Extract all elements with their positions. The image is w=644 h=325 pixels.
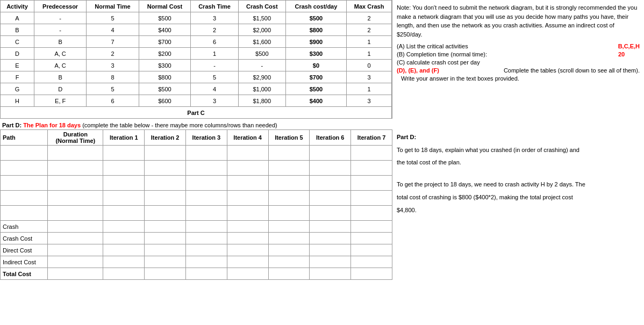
part-d-data-r0c1 [48,146,103,161]
bottom-section: PathDuration(Normal Time)Iteration 1Iter… [0,129,644,280]
part-d-bottom-r2c2 [103,244,145,256]
top-table-cell-r0c2: 5 [87,12,139,24]
part-d-data-r3c4 [185,191,227,206]
top-table-cell-r3c3: $200 [139,48,190,60]
top-table-cell-r0c7: 2 [347,12,392,24]
part-d-bottom-r0c4 [185,221,227,233]
part-d-data-r0c8 [351,146,392,161]
part-d-data-r1c6 [268,161,310,176]
col-normal-cost: Normal Cost [139,1,190,12]
part-d-bottom-r0c8 [351,221,392,233]
part-d-bottom-r2c3 [145,244,186,256]
top-table-cell-r4c2: 3 [87,60,139,71]
part-d-bottom-r2c5 [227,244,268,256]
top-table-cell-r2c2: 7 [87,36,139,48]
top-table-cell-r7c4: 3 [191,95,239,107]
part-d-data-r3c8 [351,191,392,206]
part-d-bottom-r2c6 [268,244,310,256]
qa-def-text: Complete the tables (scroll down to see … [504,67,640,74]
part-d-data-r1c0 [1,161,48,176]
part-d-data-r0c7 [310,146,351,161]
top-table-cell-r7c3: $600 [139,95,190,107]
top-table-cell-r7c7: 3 [347,95,392,107]
part-d-bottom-r0c3 [145,221,186,233]
part-d-right-text: Part D: To get to 18 days, explain what … [397,133,640,215]
part-d-text: The Plan for 18 days [23,122,81,128]
qa-row-def: (D), (E), and (F) Complete the tables (s… [397,67,640,74]
part-d-data-r4c2 [103,206,145,221]
col-crash-time: Crash Time [191,1,239,12]
part-d-data-r1c3 [145,161,186,176]
part-d-data-r4c7 [310,206,351,221]
part-d-data-r2c3 [145,176,186,191]
top-table: Activity Predecessor Normal Time Normal … [0,0,392,119]
part-d-bottom-r3c5 [227,256,268,268]
part-d-data-r4c4 [185,206,227,221]
top-table-cell-r1c0: B [1,24,34,36]
top-table-cell-r6c0: G [1,83,34,95]
qa-b-label: (B) Completion time (normal time): [397,51,616,57]
part-d-data-r2c1 [48,176,103,191]
top-table-cell-r4c7: 0 [347,60,392,71]
qa-row-a: (A) List the critical activities B,C,E,H [397,43,640,49]
part-d-data-r2c5 [227,176,268,191]
top-table-cell-r1c3: $400 [139,24,190,36]
top-table-cell-r6c4: 4 [191,83,239,95]
part-d-data-r0c6 [268,146,310,161]
part-d-data-r1c5 [227,161,268,176]
part-d-bottom-r1c2 [103,233,145,244]
part-d-bottom-r4c2 [103,268,145,280]
part-d-data-r4c8 [351,206,392,221]
part-d-col-3: Iteration 2 [145,130,186,146]
part-d-data-r3c7 [310,191,351,206]
part-d-bottom-r4c7 [310,268,351,280]
notes-text: Note: You don't need to submit the netwo… [397,3,640,39]
qa-c-label: (C) calculate crash cost per day [397,59,640,66]
part-d-bottom-r1c3 [145,233,186,244]
part-d-col-4: Iteration 3 [185,130,227,146]
col-predecessor: Predecessor [34,1,87,12]
part-d-prefix: Part D: [2,122,23,128]
part-d-bottom-r0c2 [103,221,145,233]
top-table-cell-r2c3: $700 [139,36,190,48]
top-table-cell-r6c2: 5 [87,83,139,95]
top-table-cell-r4c0: E [1,60,34,71]
part-d-col-7: Iteration 6 [310,130,351,146]
part-d-data-r3c5 [227,191,268,206]
part-d-data-r0c2 [103,146,145,161]
top-table-cell-r0c6: $500 [285,12,347,24]
part-d-data-r2c2 [103,176,145,191]
bottom-left: PathDuration(Normal Time)Iteration 1Iter… [0,129,392,280]
part-d-bottom-r2c0: Direct Cost [1,244,48,256]
part-d-bottom-r2c1 [48,244,103,256]
main-container: Activity Predecessor Normal Time Normal … [0,0,644,119]
part-d-bottom-r4c6 [268,268,310,280]
part-d-data-r4c6 [268,206,310,221]
part-d-suffix: (complete the table below - there maybe … [81,122,277,128]
top-table-cell-r5c6: $700 [285,71,347,83]
part-d-bottom-r0c6 [268,221,310,233]
part-d-data-r3c0 [1,191,48,206]
top-table-cell-r7c5: $1,800 [239,95,286,107]
part-d-data-r2c7 [310,176,351,191]
part-d-bottom-r4c8 [351,268,392,280]
top-table-cell-r5c5: $2,900 [239,71,286,83]
top-table-cell-r4c1: A, C [34,60,87,71]
part-d-data-r3c3 [145,191,186,206]
top-table-cell-r4c5: - [239,60,286,71]
top-table-cell-r1c6: $800 [285,24,347,36]
part-d-line: total cost of crashing is $800 ($400*2),… [397,193,640,203]
part-d-data-r1c8 [351,161,392,176]
top-table-cell-r3c0: D [1,48,34,60]
part-d-line: To get the project to 18 days, we need t… [397,180,640,190]
part-d-bottom-r3c0: Indirect Cost [1,256,48,268]
part-d-bottom-r4c3 [145,268,186,280]
top-table-cell-r2c7: 1 [347,36,392,48]
part-d-bottom-r0c1 [48,221,103,233]
top-table-cell-r3c7: 1 [347,48,392,60]
top-table-cell-r3c4: 1 [191,48,239,60]
top-table-cell-r5c7: 3 [347,71,392,83]
top-table-cell-r1c1: - [34,24,87,36]
qa-b-answer: 20 [618,51,640,57]
top-table-cell-r1c4: 2 [191,24,239,36]
